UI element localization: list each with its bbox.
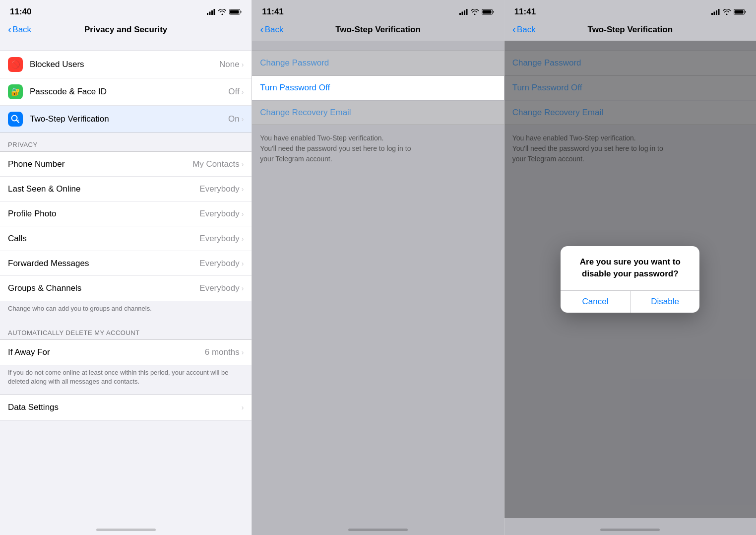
blocked-users-chevron: › (242, 61, 244, 68)
home-indicator-3 (504, 518, 756, 535)
calls-label: Calls (8, 234, 27, 244)
profile-photo-item[interactable]: Profile Photo Everybody › (0, 201, 252, 226)
nav-title-1: Privacy and Security (84, 25, 167, 35)
signal-icon-2 (459, 9, 468, 15)
back-button-2[interactable]: ‹ Back (260, 23, 283, 36)
blocked-users-label: Blocked Users (30, 60, 84, 69)
nav-title-3: Two-Step Verification (588, 25, 673, 35)
status-bar-2: 11:41 (252, 0, 504, 21)
dialog-overlay: Are you sure you want to disable your pa… (504, 41, 756, 518)
data-settings-group: Data Settings › (0, 395, 252, 420)
nav-bar-3: ‹ Back Two-Step Verification (504, 21, 756, 41)
blocked-users-content: Blocked Users None › (30, 60, 244, 69)
last-seen-item[interactable]: Last Seen & Online Everybody › (0, 177, 252, 201)
cancel-button[interactable]: Cancel (561, 291, 630, 313)
wifi-icon-2 (471, 9, 479, 15)
home-bar-1 (96, 529, 156, 531)
panel2-change-recovery-row[interactable]: Change Recovery Email (252, 101, 504, 125)
back-button-3[interactable]: ‹ Back (512, 23, 536, 36)
status-time-1: 11:40 (10, 7, 31, 17)
groups-channels-label: Groups & Channels (8, 283, 81, 293)
panel2-turn-password-off-row[interactable]: Turn Password Off (252, 75, 504, 100)
back-chevron-3: ‹ (512, 23, 516, 36)
phone-number-value: My Contacts › (192, 159, 244, 169)
status-icons-2 (459, 9, 494, 15)
blocked-users-icon: 🚫 (8, 57, 23, 72)
back-button-1[interactable]: ‹ Back (8, 23, 31, 36)
content-1: 🚫 Blocked Users None › 🔐 Passcode & Face… (0, 41, 252, 518)
auto-delete-header: AUTOMATICALLY DELETE MY ACCOUNT (0, 321, 252, 339)
calls-item[interactable]: Calls Everybody › (0, 226, 252, 251)
svg-rect-18 (718, 9, 719, 15)
panel-1: 11:40 ‹ Back Privacy a (0, 0, 252, 535)
forwarded-item[interactable]: Forwarded Messages Everybody › (0, 251, 252, 276)
svg-rect-14 (482, 10, 491, 14)
status-icons-1 (207, 9, 242, 15)
svg-rect-15 (711, 13, 713, 15)
auto-delete-section: AUTOMATICALLY DELETE MY ACCOUNT If Away … (0, 321, 252, 394)
key-icon (11, 115, 20, 124)
nav-title-2: Two-Step Verification (335, 25, 421, 35)
phone-number-item[interactable]: Phone Number My Contacts › (0, 152, 252, 177)
home-indicator-2 (252, 518, 504, 535)
svg-rect-2 (211, 10, 213, 15)
passcode-item[interactable]: 🔐 Passcode & Face ID Off › (0, 78, 252, 106)
status-bar-3: 11:41 (504, 0, 756, 21)
profile-photo-label: Profile Photo (8, 209, 56, 219)
forwarded-label: Forwarded Messages (8, 259, 89, 268)
panel2-turn-password-off-label: Turn Password Off (252, 76, 504, 100)
back-label-1: Back (12, 25, 31, 35)
status-bar-1: 11:40 (0, 0, 252, 21)
back-label-2: Back (265, 25, 284, 35)
two-step-label: Two-Step Verification (30, 114, 109, 124)
dialog-title: Are you sure you want to disable your pa… (568, 256, 692, 280)
battery-icon-1 (229, 9, 242, 15)
panel-2: 11:41 ‹ Back Two-Step (252, 0, 504, 535)
panel3-content-area: Change Password Turn Password Off Change… (504, 41, 756, 518)
passcode-chevron: › (242, 88, 244, 96)
two-step-item[interactable]: Two-Step Verification On › (0, 106, 252, 133)
blocked-users-item[interactable]: 🚫 Blocked Users None › (0, 51, 252, 78)
disable-button[interactable]: Disable (630, 291, 700, 313)
panel2-change-recovery-label: Change Recovery Email (252, 101, 504, 125)
two-step-content: Two-Step Verification On › (30, 114, 244, 124)
wifi-icon-1 (218, 9, 226, 15)
top-list-group: 🚫 Blocked Users None › 🔐 Passcode & Face… (0, 51, 252, 133)
confirmation-dialog: Are you sure you want to disable your pa… (561, 246, 699, 313)
svg-rect-17 (716, 10, 717, 15)
battery-icon-3 (734, 9, 746, 15)
status-time-2: 11:41 (262, 7, 283, 17)
passcode-value: Off › (228, 87, 244, 97)
panel2-description-text: You have enabled Two-Step verification.Y… (260, 134, 411, 163)
privacy-section: PRIVACY Phone Number My Contacts › Last … (0, 133, 252, 321)
if-away-item[interactable]: If Away For 6 months › (0, 340, 252, 365)
privacy-footer: Change who can add you to groups and cha… (0, 301, 252, 321)
data-settings-item[interactable]: Data Settings › (0, 395, 252, 420)
status-time-3: 11:41 (514, 7, 536, 17)
svg-rect-0 (207, 13, 208, 15)
svg-rect-16 (713, 12, 715, 15)
data-settings-label: Data Settings (8, 402, 59, 412)
phone-number-content: Phone Number My Contacts › (8, 159, 244, 169)
last-seen-label: Last Seen & Online (8, 184, 80, 194)
svg-rect-20 (734, 10, 743, 14)
passcode-content: Passcode & Face ID Off › (30, 87, 244, 97)
svg-rect-11 (464, 10, 465, 15)
passcode-label: Passcode & Face ID (30, 87, 107, 97)
if-away-label: If Away For (8, 347, 50, 357)
panel2-description: You have enabled Two-Step verification.Y… (252, 125, 504, 172)
panel2-change-password-row[interactable]: Change Password (252, 51, 504, 75)
svg-rect-3 (214, 9, 215, 15)
svg-rect-5 (230, 10, 239, 14)
battery-icon-2 (482, 9, 494, 15)
svg-line-8 (17, 120, 18, 121)
groups-channels-item[interactable]: Groups & Channels Everybody › (0, 276, 252, 301)
signal-icon-1 (207, 9, 215, 15)
dialog-content: Are you sure you want to disable your pa… (561, 246, 699, 291)
svg-rect-9 (459, 13, 461, 15)
back-chevron-1: ‹ (8, 23, 11, 36)
svg-rect-12 (466, 9, 467, 15)
panel-3: 11:41 ‹ Back Two-Step (504, 0, 756, 535)
home-bar-3 (600, 529, 660, 531)
svg-rect-1 (209, 12, 211, 15)
